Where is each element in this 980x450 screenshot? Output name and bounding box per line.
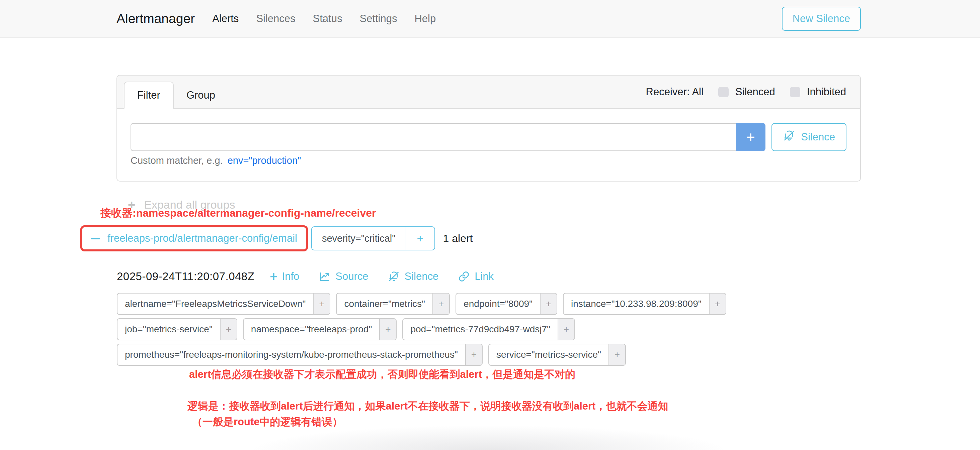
matcher-input[interactable] [130,123,736,151]
label-add-button[interactable]: + [313,293,330,314]
alert-timestamp: 2025-09-24T11:20:07.048Z [117,270,255,283]
annotation-receiver-note: 接收器:namespace/altermanager-config-name/r… [100,206,376,221]
matcher-input-row: + Silence [130,123,846,151]
info-button-label: Info [282,271,299,282]
group-matcher-buttons: severity="critical" + [311,227,435,250]
label-pod: pod="metrics-77d9cdb497-wdsj7" + [402,318,575,340]
matcher-hint-text: Custom matcher, e.g. [130,155,223,166]
label-value[interactable]: endpoint="8009" [456,293,540,314]
chart-line-icon [319,271,331,282]
matcher-example-link[interactable]: env="production" [228,155,301,166]
label-add-button[interactable]: + [608,344,625,365]
nav-item-silences[interactable]: Silences [256,13,295,25]
label-endpoint: endpoint="8009" + [455,293,557,315]
new-silence-button[interactable]: New Silence [782,7,861,31]
inhibited-checkbox-label: Inhibited [807,86,846,98]
filter-card-header: Filter Group Receiver: All Silenced Inhi… [117,76,860,109]
filter-options: Receiver: All Silenced Inhibited [646,86,846,98]
label-row: prometheus="freeleaps-monitoring-system/… [117,344,880,366]
bell-slash-icon [783,129,795,145]
alert-group-row: freeleaps-prod/alertmanager-config/email… [80,225,861,251]
source-link[interactable]: Source [319,271,368,282]
silence-button[interactable]: Silence [772,123,846,151]
label-add-button[interactable]: + [709,293,725,314]
alert-labels: alertname="FreeleapsMetricsServiceDown" … [117,293,880,366]
annotation-alert-note: alert信息必须在接收器下才表示配置成功，否则即使能看到alert，但是通知是… [189,368,575,382]
silence-button-label: Silence [801,131,835,143]
label-service: service="metrics-service" + [488,344,626,366]
minus-icon [91,238,100,239]
label-value[interactable]: container="metrics" [337,293,433,314]
info-button[interactable]: + Info [270,271,299,282]
silence-alert-label: Silence [405,271,439,282]
annotation-logic-note-2: （一般是route中的逻辑有错误） [192,415,343,429]
label-instance: instance="10.233.98.209:8009" + [563,293,726,315]
silenced-checkbox-label: Silenced [735,86,775,98]
alert-header-row: 2025-09-24T11:20:07.048Z + Info Source [117,270,861,283]
permalink-label: Link [475,271,494,282]
label-add-button[interactable]: + [558,319,574,340]
label-row: job="metrics-service" + namespace="freel… [117,318,880,340]
label-namespace: namespace="freeleaps-prod" + [243,318,397,340]
silenced-checkbox [718,87,729,97]
label-container: container="metrics" + [336,293,450,315]
label-value[interactable]: job="metrics-service" [118,319,220,340]
label-job: job="metrics-service" + [117,318,237,340]
navbar: Alertmanager Alerts Silences Status Sett… [0,0,980,38]
label-prometheus: prometheus="freeleaps-monitoring-system/… [117,344,483,366]
label-value[interactable]: service="metrics-service" [489,344,608,365]
receiver-dropdown[interactable]: Receiver: All [646,86,703,98]
inhibited-checkbox [790,87,800,97]
label-add-button[interactable]: + [540,293,557,314]
source-link-label: Source [336,271,368,282]
label-value[interactable]: alertname="FreeleapsMetricsServiceDown" [118,293,313,314]
nav-item-settings[interactable]: Settings [360,13,397,25]
group-matcher-label[interactable]: severity="critical" [312,227,406,250]
plus-icon: + [270,271,277,282]
label-value[interactable]: namespace="freeleaps-prod" [243,319,380,340]
tab-filter[interactable]: Filter [124,82,174,109]
filter-card: Filter Group Receiver: All Silenced Inhi… [116,75,861,182]
alert-actions: + Info Source Silence [270,271,494,282]
silence-alert-button[interactable]: Silence [388,271,439,282]
label-value[interactable]: instance="10.233.98.209:8009" [564,293,709,314]
label-value[interactable]: prometheus="freeleaps-monitoring-system/… [118,344,465,365]
inhibited-checkbox-item[interactable]: Inhibited [790,86,846,98]
filter-tabs: Filter Group [124,76,228,108]
label-add-button[interactable]: + [220,319,237,340]
nav-item-help[interactable]: Help [414,13,436,25]
label-add-button[interactable]: + [433,293,449,314]
bottom-shadow [204,425,773,450]
nav-item-alerts[interactable]: Alerts [212,13,239,25]
group-receiver-button[interactable]: freeleaps-prod/alertmanager-config/email [87,230,301,247]
add-matcher-button[interactable]: + [736,123,765,151]
label-alertname: alertname="FreeleapsMetricsServiceDown" … [117,293,330,315]
matcher-hint: Custom matcher, e.g. env="production" [130,155,846,166]
label-row: alertname="FreeleapsMetricsServiceDown" … [117,293,880,315]
group-receiver-label: freeleaps-prod/alertmanager-config/email [107,232,297,244]
filter-card-body: + Silence Custom matcher, e.g. env="prod… [117,109,860,181]
group-matcher-add-button[interactable]: + [406,227,434,250]
label-value[interactable]: pod="metrics-77d9cdb497-wdsj7" [403,319,558,340]
bell-slash-icon [388,271,400,282]
tab-group[interactable]: Group [174,82,228,108]
link-icon [458,271,470,282]
alert-count: 1 alert [443,232,473,245]
silenced-checkbox-item[interactable]: Silenced [718,86,775,98]
red-highlight-box: freeleaps-prod/alertmanager-config/email [80,225,308,251]
label-add-button[interactable]: + [379,319,396,340]
nav-item-status[interactable]: Status [313,13,342,25]
label-add-button[interactable]: + [465,344,482,365]
permalink-button[interactable]: Link [458,271,494,282]
nav-links: Alerts Silences Status Settings Help [212,13,436,25]
app-brand[interactable]: Alertmanager [116,11,195,26]
annotation-logic-note: 逻辑是：接收器收到alert后进行通知，如果alert不在接收器下，说明接收器没… [188,399,668,413]
